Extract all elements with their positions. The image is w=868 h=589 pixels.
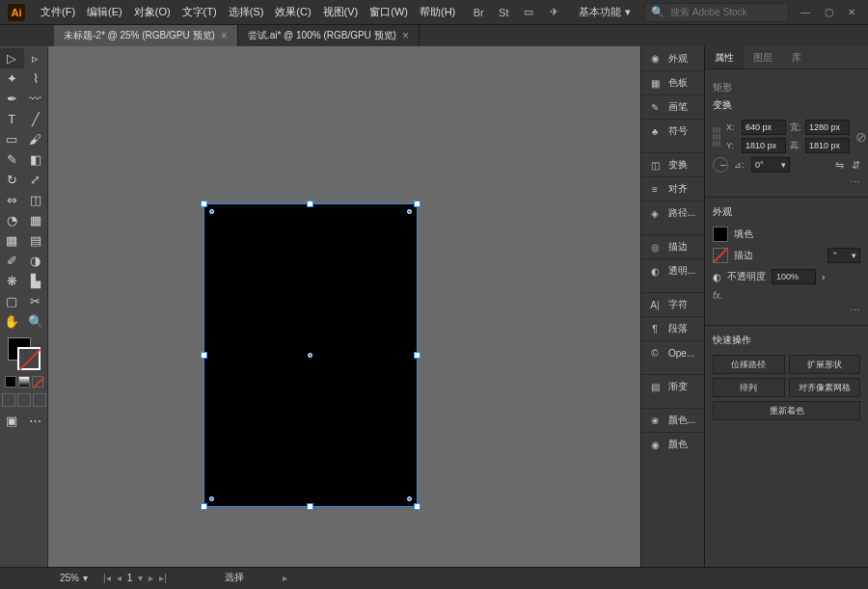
close-icon[interactable]: ×	[402, 29, 409, 42]
shaper-tool[interactable]: ✎	[0, 149, 24, 170]
slice-tool[interactable]: ✂	[24, 291, 48, 311]
width-field[interactable]: 1280 px	[805, 120, 850, 135]
arrange-button[interactable]: 排列	[713, 378, 785, 397]
dock-item-描边[interactable]: ◎描边	[641, 234, 704, 258]
menu-help[interactable]: 帮助(H)	[414, 5, 461, 19]
chevron-down-icon[interactable]: ▾	[138, 573, 143, 583]
first-artboard-icon[interactable]: |◂	[103, 573, 111, 583]
scale-tool[interactable]: ⤢	[24, 170, 48, 190]
chevron-right-icon[interactable]: ›	[822, 272, 825, 282]
canvas[interactable]	[48, 46, 640, 567]
screen-mode-button[interactable]: ▣	[0, 411, 24, 431]
eraser-tool[interactable]: ◧	[24, 149, 48, 170]
hand-tool[interactable]: ✋	[0, 311, 24, 332]
tab-libraries[interactable]: 库	[782, 46, 811, 68]
artboard-tool[interactable]: ▢	[0, 291, 24, 311]
menu-file[interactable]: 文件(F)	[35, 5, 81, 19]
menu-edit[interactable]: 编辑(E)	[81, 5, 128, 19]
dock-item-外观[interactable]: ◉外观	[641, 46, 704, 70]
rectangle-tool[interactable]: ▭	[0, 129, 24, 149]
menu-object[interactable]: 对象(O)	[128, 5, 176, 19]
anchor-sw[interactable]	[209, 496, 214, 501]
zoom-dropdown[interactable]: 25% ▾	[54, 573, 94, 583]
menu-effect[interactable]: 效果(C)	[269, 5, 316, 19]
resize-handle-n[interactable]	[307, 201, 313, 207]
workspace-dropdown[interactable]: 基本功能 ▾	[573, 3, 637, 21]
direct-selection-tool[interactable]: ▹	[24, 48, 48, 68]
pen-tool[interactable]: ✒	[0, 89, 24, 109]
expand-shape-button[interactable]: 扩展形状	[789, 355, 861, 374]
more-options-icon[interactable]: ⋯	[713, 305, 860, 317]
selection-tool[interactable]: ▷	[0, 48, 24, 68]
opacity-field[interactable]: 100%	[772, 269, 816, 284]
resize-handle-sw[interactable]	[201, 503, 207, 510]
type-tool[interactable]: T	[0, 109, 24, 129]
graph-tool[interactable]: ▙	[24, 271, 48, 291]
document-tab-1[interactable]: 未标题-2* @ 25% (RGB/GPU 预览) ×	[54, 25, 238, 46]
next-artboard-icon[interactable]: ▸	[149, 573, 153, 583]
y-field[interactable]: 1810 px	[742, 138, 786, 153]
rotation-field[interactable]: 0°▾	[751, 157, 790, 173]
align-pixel-button[interactable]: 对齐像素网格	[789, 378, 861, 397]
draw-inside-icon[interactable]	[33, 393, 46, 407]
search-input[interactable]	[670, 7, 786, 17]
offset-path-button[interactable]: 位移路径	[713, 355, 785, 374]
draw-normal-icon[interactable]	[2, 393, 15, 407]
perspective-tool[interactable]: ▦	[24, 210, 48, 230]
fill-color-swatch[interactable]	[713, 227, 728, 242]
dock-item-路径...[interactable]: ◈路径...	[641, 201, 704, 225]
link-icon[interactable]: ⊘	[855, 129, 867, 145]
tab-layers[interactable]: 图层	[744, 46, 782, 68]
symbol-sprayer-tool[interactable]: ❋	[0, 271, 24, 291]
fx-label[interactable]: fx.	[713, 290, 860, 301]
eyedropper-tool[interactable]: ✐	[0, 251, 24, 271]
fill-stroke-swatch[interactable]	[8, 337, 41, 370]
menu-select[interactable]: 选择(S)	[223, 5, 270, 19]
line-tool[interactable]: ╱	[24, 109, 48, 129]
menu-window[interactable]: 窗口(W)	[364, 5, 414, 19]
resize-handle-e[interactable]	[414, 352, 420, 359]
draw-behind-icon[interactable]	[17, 393, 31, 407]
anchor-se[interactable]	[407, 496, 412, 501]
blend-tool[interactable]: ◑	[24, 251, 48, 271]
arrange-icon[interactable]: ▭	[521, 5, 536, 20]
dock-item-画笔[interactable]: ✎画笔	[641, 94, 704, 119]
document-tab-2[interactable]: 尝试.ai* @ 100% (RGB/GPU 预览) ×	[238, 25, 420, 46]
x-field[interactable]: 640 px	[742, 120, 786, 135]
dock-item-Ope...[interactable]: ©Ope...	[641, 340, 704, 364]
flip-horizontal-icon[interactable]: ⇋	[835, 159, 844, 172]
artboard-number[interactable]: 1	[127, 573, 133, 583]
prev-artboard-icon[interactable]: ◂	[117, 573, 122, 583]
search-box[interactable]: 🔍	[644, 3, 789, 22]
dock-item-色板[interactable]: ▦色板	[641, 70, 704, 94]
dock-item-符号[interactable]: ♣符号	[641, 119, 704, 143]
resize-handle-ne[interactable]	[414, 201, 420, 207]
resize-handle-s[interactable]	[307, 503, 313, 510]
selected-rectangle[interactable]	[204, 204, 417, 506]
resize-handle-se[interactable]	[414, 503, 420, 510]
recolor-button[interactable]: 重新着色	[713, 401, 860, 420]
resize-handle-nw[interactable]	[201, 201, 207, 207]
dock-item-字符[interactable]: A|字符	[641, 292, 704, 316]
resize-handle-w[interactable]	[201, 352, 207, 359]
anchor-ne[interactable]	[407, 209, 412, 214]
bridge-icon[interactable]: Br	[471, 5, 486, 20]
shape-builder-tool[interactable]: ◔	[0, 210, 24, 230]
gradient-icon[interactable]	[18, 376, 30, 388]
more-options-icon[interactable]: ⋯	[713, 176, 860, 189]
close-button[interactable]: ✕	[843, 6, 860, 19]
close-icon[interactable]: ×	[221, 29, 228, 42]
flip-vertical-icon[interactable]: ⇵	[852, 159, 860, 172]
dock-item-颜色[interactable]: ◉颜色	[641, 432, 704, 456]
stroke-swatch[interactable]	[17, 347, 41, 370]
gpu-icon[interactable]: ✈	[546, 5, 561, 20]
maximize-button[interactable]: ▢	[820, 6, 837, 19]
anchor-nw[interactable]	[209, 209, 214, 214]
width-tool[interactable]: ⇔	[0, 190, 24, 210]
gradient-tool[interactable]: ▤	[24, 230, 48, 251]
dock-item-段落[interactable]: ¶段落	[641, 316, 704, 340]
center-point[interactable]	[308, 353, 312, 358]
height-field[interactable]: 1810 px	[805, 138, 850, 153]
free-transform-tool[interactable]: ◫	[24, 190, 48, 210]
none-color-icon[interactable]	[32, 376, 43, 388]
